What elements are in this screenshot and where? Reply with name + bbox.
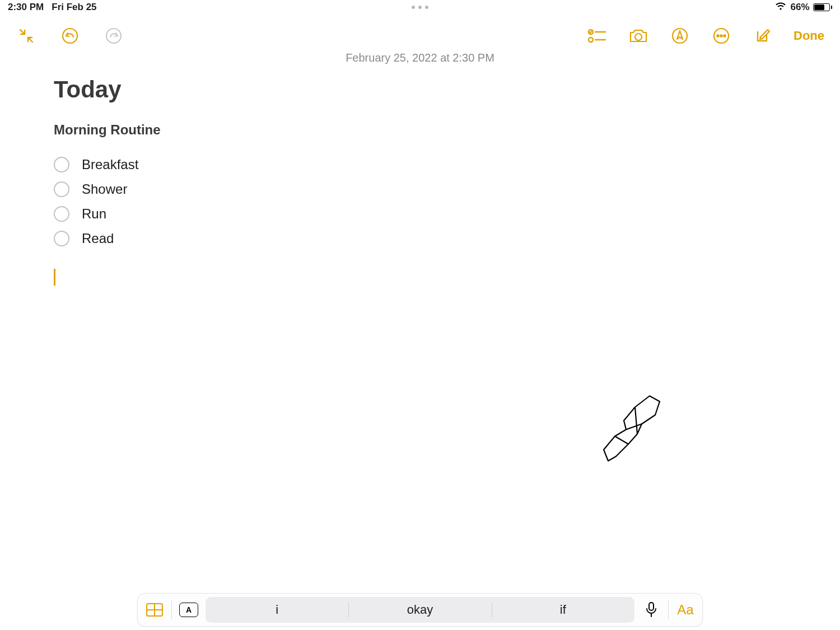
language-button[interactable]: A bbox=[178, 599, 200, 621]
multitask-dots-icon[interactable] bbox=[412, 6, 428, 9]
svg-point-11 bbox=[724, 35, 725, 36]
svg-point-0 bbox=[63, 29, 77, 43]
svg-point-6 bbox=[635, 34, 642, 40]
checklist-item[interactable]: Run bbox=[54, 206, 806, 222]
note-toolbar: Done bbox=[0, 20, 840, 52]
svg-point-9 bbox=[717, 35, 718, 36]
svg-rect-15 bbox=[649, 603, 654, 610]
keyboard-toolbar: A i okay if Aa bbox=[137, 593, 703, 627]
text-format-button[interactable]: Aa bbox=[674, 602, 697, 618]
done-button[interactable]: Done bbox=[794, 29, 824, 43]
divider bbox=[668, 600, 669, 619]
divider bbox=[171, 600, 172, 619]
table-button[interactable] bbox=[143, 599, 166, 621]
ink-drawing bbox=[599, 389, 666, 468]
collapse-button[interactable] bbox=[16, 25, 37, 46]
unchecked-circle-icon[interactable] bbox=[54, 206, 69, 222]
dictation-button[interactable] bbox=[640, 599, 662, 621]
note-title[interactable]: Today bbox=[54, 76, 806, 103]
checklist-item[interactable]: Read bbox=[54, 231, 806, 246]
checklist-button[interactable] bbox=[586, 25, 608, 46]
checklist-item[interactable]: Shower bbox=[54, 181, 806, 197]
suggestion[interactable]: if bbox=[492, 597, 634, 623]
more-button[interactable] bbox=[711, 25, 732, 46]
checklist-item[interactable]: Breakfast bbox=[54, 157, 806, 172]
unchecked-circle-icon[interactable] bbox=[54, 231, 69, 246]
note-timestamp: February 25, 2022 at 2:30 PM bbox=[0, 52, 840, 64]
checklist-item-label[interactable]: Read bbox=[82, 231, 114, 246]
status-date: Fri Feb 25 bbox=[52, 2, 96, 13]
suggestion[interactable]: i bbox=[206, 597, 348, 623]
undo-button[interactable] bbox=[59, 25, 81, 46]
redo-button bbox=[103, 25, 124, 46]
markup-button[interactable] bbox=[669, 25, 690, 46]
note-body[interactable]: Today Morning Routine Breakfast Shower R… bbox=[54, 66, 806, 255]
checklist-item-label[interactable]: Breakfast bbox=[82, 157, 138, 172]
checklist: Breakfast Shower Run Read bbox=[54, 157, 806, 246]
unchecked-circle-icon[interactable] bbox=[54, 181, 69, 197]
text-cursor bbox=[54, 269, 55, 286]
suggestion[interactable]: okay bbox=[348, 597, 491, 623]
svg-point-4 bbox=[589, 38, 593, 42]
unchecked-circle-icon[interactable] bbox=[54, 157, 69, 172]
suggestion-bar: i okay if bbox=[206, 597, 634, 623]
wifi-icon bbox=[774, 2, 787, 13]
note-subtitle[interactable]: Morning Routine bbox=[54, 122, 806, 138]
svg-point-10 bbox=[720, 35, 722, 36]
battery-percent: 66% bbox=[790, 2, 809, 13]
status-time: 2:30 PM bbox=[8, 2, 44, 13]
language-label: A bbox=[179, 603, 198, 617]
camera-button[interactable] bbox=[628, 25, 649, 46]
checklist-item-label[interactable]: Run bbox=[82, 206, 106, 222]
checklist-item-label[interactable]: Shower bbox=[82, 181, 127, 197]
svg-point-1 bbox=[106, 29, 121, 43]
battery-icon bbox=[813, 3, 833, 11]
compose-button[interactable] bbox=[752, 25, 773, 46]
